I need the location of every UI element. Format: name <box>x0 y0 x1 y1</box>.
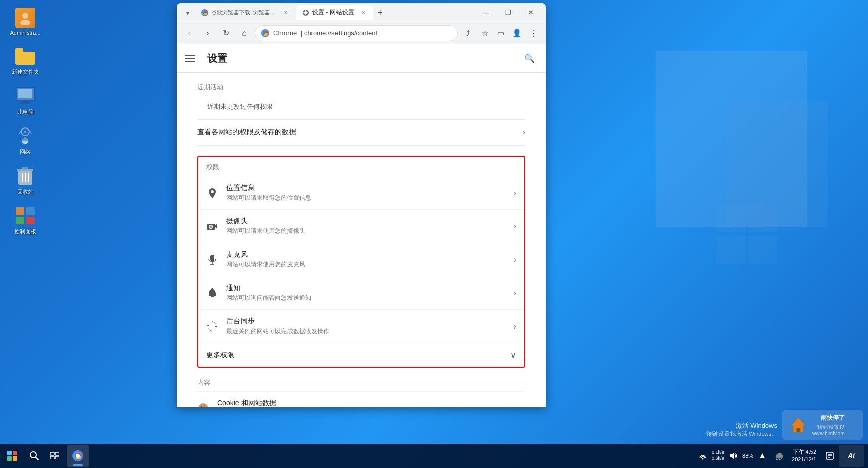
start-button[interactable] <box>0 444 24 468</box>
permission-item-camera[interactable]: 摄像头 网站可以请求使用您的摄像头 › <box>198 209 524 243</box>
browser-tabs: ▾ 谷歌浏览器下载_浏览器官网入口□ ✕ <box>181 5 471 20</box>
notifications-name: 通知 <box>226 284 506 293</box>
home-button[interactable]: ⌂ <box>236 26 252 41</box>
settings-content: 近期活动 近期未更改过任何权限 查看各网站的权限及储存的数据 › 权限 <box>177 73 546 407</box>
tray-volume-icon[interactable] <box>726 449 740 463</box>
share-button[interactable]: ⤴ <box>461 26 476 41</box>
battery-indicator[interactable]: 88% <box>742 453 753 459</box>
permissions-label: 权限 <box>198 161 524 176</box>
tab-2-close[interactable]: ✕ <box>359 9 367 17</box>
network-speed[interactable]: 0.1k/s 0.6k/s <box>712 450 724 461</box>
clock-date: 2021/12/1 <box>792 456 816 463</box>
svg-rect-18 <box>16 217 24 224</box>
clock-time: 下午 4:52 <box>792 448 816 456</box>
house-icon <box>788 415 808 435</box>
tab-favicon-1 <box>201 9 208 16</box>
reload-button[interactable]: ↻ <box>218 26 233 41</box>
taskbar-chrome-app[interactable] <box>67 445 89 467</box>
view-all-text: 查看各网站的权限及储存的数据 <box>197 128 296 137</box>
tab-2-label: 设置 - 网站设置 <box>312 8 354 17</box>
forward-button[interactable]: › <box>200 26 215 41</box>
control-panel-label: 控制面板 <box>14 228 36 236</box>
settings-menu-icon[interactable] <box>185 51 201 67</box>
camera-name: 摄像头 <box>226 217 506 226</box>
microphone-chevron: › <box>514 255 516 264</box>
monitor-icon <box>15 86 35 106</box>
desktop-icon-this-pc[interactable]: 此电脑 <box>5 83 45 118</box>
browser-tab-2[interactable]: 设置 - 网站设置 ✕ <box>296 5 373 20</box>
desktop-icon-administrator[interactable]: Administra... <box>5 5 45 38</box>
taskbar-clock[interactable]: 下午 4:52 2021/12/1 <box>788 448 821 464</box>
permissions-section: 权限 位置信息 网站可以请求取得您的位置信息 <box>197 156 525 368</box>
this-pc-label: 此电脑 <box>17 108 34 116</box>
bookmark-button[interactable]: ☆ <box>477 26 492 41</box>
tray-weather-icon[interactable] <box>771 449 786 463</box>
desktop-icon-recycle-bin[interactable]: 回收站 <box>5 163 45 198</box>
desktop-icon-network[interactable]: 网络 <box>5 123 45 158</box>
weather-text: 雨快停了 转到'设置'以 www.bjmfv.om <box>812 414 845 436</box>
profile-button[interactable]: 👤 <box>509 26 524 41</box>
background-sync-info: 后台同步 最近关闭的网站可以完成数据收发操作 <box>226 317 506 336</box>
folder-icon <box>15 46 35 66</box>
settings-search-icon[interactable]: 🔍 <box>521 51 538 67</box>
tray-expand-button[interactable] <box>755 449 769 463</box>
browser-toolbar: ‹ › ↻ ⌂ Chrome | <box>177 22 546 44</box>
close-button[interactable]: ✕ <box>519 5 542 21</box>
address-favicon <box>261 29 269 37</box>
menu-line-2 <box>185 58 195 59</box>
permission-item-microphone[interactable]: 麦克风 网站可以请求使用您的麦克风 › <box>198 243 524 276</box>
tab-1-close[interactable]: ✕ <box>282 9 290 17</box>
reading-mode-button[interactable]: ▭ <box>493 26 508 41</box>
battery-percent: 88% <box>742 453 753 459</box>
location-name: 位置信息 <box>226 183 506 193</box>
back-button[interactable]: ‹ <box>182 26 197 41</box>
camera-desc: 网站可以请求使用您的摄像头 <box>226 227 506 236</box>
background-sync-name: 后台同步 <box>226 317 506 326</box>
browser-content[interactable]: 设置 🔍 近期活动 近期未更改过任何权限 查看各网站的权限及储存的数据 › <box>177 44 546 407</box>
desktop-icon-new-folder[interactable]: 新建文件夹 <box>5 43 45 78</box>
desktop: Administra... 新建文件夹 此电脑 <box>0 0 868 468</box>
activate-title: 激活 Windows <box>706 421 777 430</box>
network-label: 网络 <box>20 148 31 156</box>
windows-logo <box>7 451 17 461</box>
svg-rect-5 <box>20 102 30 104</box>
svg-marker-28 <box>215 224 217 229</box>
weather-widget: 雨快停了 转到'设置'以 www.bjmfv.om <box>782 410 863 440</box>
settings-title: 设置 <box>207 52 227 65</box>
new-tab-button[interactable]: + <box>373 6 388 20</box>
browser-tab-1[interactable]: 谷歌浏览器下载_浏览器官网入口□ ✕ <box>195 5 296 20</box>
tray-network-icon[interactable] <box>696 449 710 463</box>
notification-center-button[interactable] <box>823 449 837 463</box>
background-sync-chevron: › <box>514 322 516 331</box>
camera-icon <box>206 220 218 232</box>
activate-subtitle: 转到'设置'以激活 Windows。 <box>706 430 777 438</box>
weather-title: 雨快停了 <box>812 414 845 423</box>
permission-item-background-sync[interactable]: 后台同步 最近关闭的网站可以完成数据收发操作 › <box>198 309 524 343</box>
weather-subtitle: 转到'设置'以 <box>812 424 845 431</box>
taskbar-tray: 0.1k/s 0.6k/s 88% <box>696 445 868 467</box>
svg-rect-3 <box>18 89 32 98</box>
tab-dropdown[interactable]: ▾ <box>181 6 195 20</box>
svg-rect-49 <box>55 456 59 459</box>
weather-url: www.bjmfv.om <box>812 431 845 436</box>
minimize-button[interactable]: — <box>475 5 497 21</box>
permission-item-location[interactable]: 位置信息 网站可以请求取得您的位置信息 › <box>198 176 524 209</box>
view-all-sites-row[interactable]: 查看各网站的权限及储存的数据 › <box>197 119 525 146</box>
restore-button[interactable]: ❐ <box>497 5 519 21</box>
view-all-chevron: › <box>523 128 525 137</box>
content-item-cookies[interactable]: Cookie 和网站数据 已阻止第三方 Cookie › <box>197 391 525 407</box>
speed-up: 0.1k/s <box>712 450 724 456</box>
settings-page: 设置 🔍 近期活动 近期未更改过任何权限 查看各网站的权限及储存的数据 › <box>177 44 546 407</box>
more-permissions-row[interactable]: 更多权限 ∨ <box>198 343 524 367</box>
desktop-icon-control-panel[interactable]: 控制面板 <box>5 203 45 238</box>
task-view-button[interactable] <box>46 448 63 464</box>
taskbar-ai-button[interactable]: Ai <box>839 445 864 467</box>
taskbar-search[interactable] <box>26 448 42 464</box>
taskbar-pinned-apps <box>67 445 89 467</box>
svg-rect-43 <box>797 428 800 432</box>
address-bar[interactable]: Chrome | chrome://settings/content <box>255 25 458 41</box>
permission-item-notifications[interactable]: 通知 网站可以询问能否向您发送通知 › <box>198 276 524 309</box>
menu-button[interactable]: ⋮ <box>525 26 541 41</box>
svg-line-57 <box>778 459 778 460</box>
svg-point-30 <box>210 225 212 228</box>
